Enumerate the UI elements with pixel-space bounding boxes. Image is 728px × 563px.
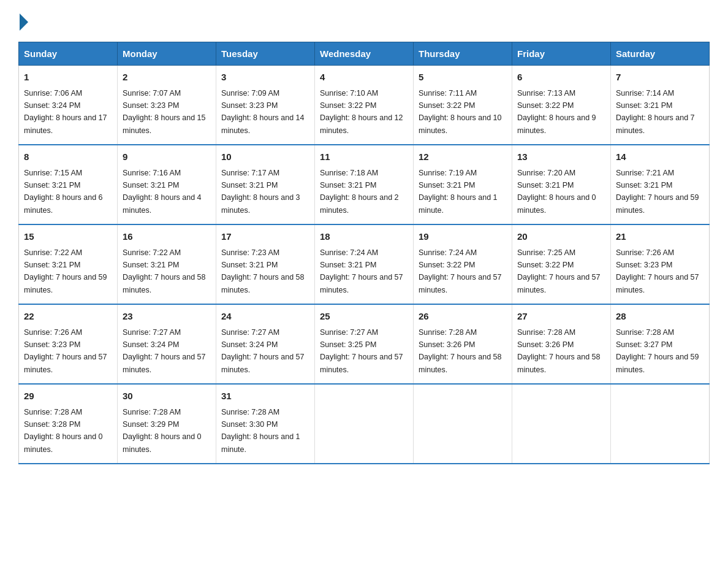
day-cell: 14Sunrise: 7:21 AMSunset: 3:21 PMDayligh… bbox=[611, 145, 710, 224]
day-info: Sunrise: 7:16 AMSunset: 3:21 PMDaylight:… bbox=[123, 169, 202, 215]
day-number: 5 bbox=[419, 71, 507, 85]
day-info: Sunrise: 7:24 AMSunset: 3:22 PMDaylight:… bbox=[419, 248, 502, 294]
day-cell: 2Sunrise: 7:07 AMSunset: 3:23 PMDaylight… bbox=[118, 66, 216, 145]
day-info: Sunrise: 7:11 AMSunset: 3:22 PMDaylight:… bbox=[419, 89, 502, 135]
day-cell: 25Sunrise: 7:27 AMSunset: 3:25 PMDayligh… bbox=[315, 304, 414, 384]
day-cell: 22Sunrise: 7:26 AMSunset: 3:23 PMDayligh… bbox=[19, 304, 118, 384]
day-cell: 30Sunrise: 7:28 AMSunset: 3:29 PMDayligh… bbox=[118, 384, 216, 464]
day-cell bbox=[414, 384, 512, 464]
week-row-1: 1Sunrise: 7:06 AMSunset: 3:24 PMDaylight… bbox=[19, 66, 710, 145]
day-number: 13 bbox=[517, 150, 605, 164]
day-cell: 1Sunrise: 7:06 AMSunset: 3:24 PMDaylight… bbox=[19, 66, 118, 145]
day-cell: 10Sunrise: 7:17 AMSunset: 3:21 PMDayligh… bbox=[216, 145, 315, 224]
header-cell-sunday: Sunday bbox=[19, 42, 118, 66]
day-cell: 20Sunrise: 7:25 AMSunset: 3:22 PMDayligh… bbox=[512, 224, 611, 304]
day-cell: 26Sunrise: 7:28 AMSunset: 3:26 PMDayligh… bbox=[414, 304, 512, 384]
day-number: 30 bbox=[123, 389, 211, 404]
day-number: 24 bbox=[221, 310, 309, 324]
day-cell: 18Sunrise: 7:24 AMSunset: 3:21 PMDayligh… bbox=[315, 224, 414, 304]
day-cell: 15Sunrise: 7:22 AMSunset: 3:21 PMDayligh… bbox=[19, 224, 118, 304]
day-cell: 8Sunrise: 7:15 AMSunset: 3:21 PMDaylight… bbox=[19, 145, 118, 224]
logo-triangle-icon bbox=[20, 13, 28, 31]
day-cell: 28Sunrise: 7:28 AMSunset: 3:27 PMDayligh… bbox=[611, 304, 710, 384]
day-info: Sunrise: 7:28 AMSunset: 3:26 PMDaylight:… bbox=[419, 328, 502, 374]
day-number: 29 bbox=[24, 389, 112, 404]
day-number: 6 bbox=[517, 71, 605, 85]
day-info: Sunrise: 7:28 AMSunset: 3:26 PMDaylight:… bbox=[517, 328, 601, 374]
day-number: 15 bbox=[24, 230, 112, 244]
day-number: 21 bbox=[616, 230, 704, 244]
day-info: Sunrise: 7:07 AMSunset: 3:23 PMDaylight:… bbox=[123, 89, 206, 135]
week-row-4: 22Sunrise: 7:26 AMSunset: 3:23 PMDayligh… bbox=[19, 304, 710, 384]
day-info: Sunrise: 7:19 AMSunset: 3:21 PMDaylight:… bbox=[419, 169, 498, 215]
day-number: 8 bbox=[24, 150, 112, 164]
day-number: 4 bbox=[320, 71, 408, 85]
day-number: 7 bbox=[616, 71, 704, 85]
header-cell-monday: Monday bbox=[118, 42, 216, 66]
day-cell: 27Sunrise: 7:28 AMSunset: 3:26 PMDayligh… bbox=[512, 304, 611, 384]
day-number: 2 bbox=[123, 71, 211, 85]
day-number: 18 bbox=[320, 230, 408, 244]
header-cell-saturday: Saturday bbox=[611, 42, 710, 66]
day-info: Sunrise: 7:09 AMSunset: 3:23 PMDaylight:… bbox=[221, 89, 305, 135]
day-number: 10 bbox=[221, 150, 309, 164]
week-row-2: 8Sunrise: 7:15 AMSunset: 3:21 PMDaylight… bbox=[19, 145, 710, 224]
week-row-3: 15Sunrise: 7:22 AMSunset: 3:21 PMDayligh… bbox=[19, 224, 710, 304]
day-number: 27 bbox=[517, 310, 605, 324]
day-info: Sunrise: 7:28 AMSunset: 3:27 PMDaylight:… bbox=[616, 328, 699, 374]
day-cell bbox=[315, 384, 414, 464]
day-number: 26 bbox=[419, 310, 507, 324]
day-cell: 12Sunrise: 7:19 AMSunset: 3:21 PMDayligh… bbox=[414, 145, 512, 224]
week-row-5: 29Sunrise: 7:28 AMSunset: 3:28 PMDayligh… bbox=[19, 384, 710, 464]
day-number: 22 bbox=[24, 310, 112, 324]
day-info: Sunrise: 7:17 AMSunset: 3:21 PMDaylight:… bbox=[221, 169, 300, 215]
day-number: 9 bbox=[123, 150, 211, 164]
day-cell: 23Sunrise: 7:27 AMSunset: 3:24 PMDayligh… bbox=[118, 304, 216, 384]
day-number: 31 bbox=[221, 389, 309, 404]
day-number: 25 bbox=[320, 310, 408, 324]
day-info: Sunrise: 7:27 AMSunset: 3:24 PMDaylight:… bbox=[123, 328, 206, 374]
day-info: Sunrise: 7:22 AMSunset: 3:21 PMDaylight:… bbox=[123, 248, 206, 294]
day-number: 12 bbox=[419, 150, 507, 164]
day-number: 23 bbox=[123, 310, 211, 324]
day-info: Sunrise: 7:13 AMSunset: 3:22 PMDaylight:… bbox=[517, 89, 596, 135]
day-cell: 5Sunrise: 7:11 AMSunset: 3:22 PMDaylight… bbox=[414, 66, 512, 145]
day-info: Sunrise: 7:28 AMSunset: 3:29 PMDaylight:… bbox=[123, 408, 202, 454]
day-cell: 3Sunrise: 7:09 AMSunset: 3:23 PMDaylight… bbox=[216, 66, 315, 145]
day-number: 19 bbox=[419, 230, 507, 244]
day-number: 17 bbox=[221, 230, 309, 244]
day-cell: 24Sunrise: 7:27 AMSunset: 3:24 PMDayligh… bbox=[216, 304, 315, 384]
header-cell-thursday: Thursday bbox=[414, 42, 512, 66]
day-number: 20 bbox=[517, 230, 605, 244]
day-cell: 11Sunrise: 7:18 AMSunset: 3:21 PMDayligh… bbox=[315, 145, 414, 224]
day-cell: 9Sunrise: 7:16 AMSunset: 3:21 PMDaylight… bbox=[118, 145, 216, 224]
day-info: Sunrise: 7:15 AMSunset: 3:21 PMDaylight:… bbox=[24, 169, 103, 215]
day-info: Sunrise: 7:27 AMSunset: 3:24 PMDaylight:… bbox=[221, 328, 305, 374]
day-number: 11 bbox=[320, 150, 408, 164]
day-number: 28 bbox=[616, 310, 704, 324]
header-row: SundayMondayTuesdayWednesdayThursdayFrid… bbox=[19, 42, 710, 66]
header-cell-friday: Friday bbox=[512, 42, 611, 66]
day-cell: 7Sunrise: 7:14 AMSunset: 3:21 PMDaylight… bbox=[611, 66, 710, 145]
day-info: Sunrise: 7:06 AMSunset: 3:24 PMDaylight:… bbox=[24, 89, 107, 135]
day-number: 3 bbox=[221, 71, 309, 85]
calendar-body: 1Sunrise: 7:06 AMSunset: 3:24 PMDaylight… bbox=[19, 66, 710, 464]
day-info: Sunrise: 7:24 AMSunset: 3:21 PMDaylight:… bbox=[320, 248, 403, 294]
calendar-table: SundayMondayTuesdayWednesdayThursdayFrid… bbox=[18, 42, 710, 464]
day-number: 1 bbox=[24, 71, 112, 85]
header-cell-tuesday: Tuesday bbox=[216, 42, 315, 66]
day-cell: 13Sunrise: 7:20 AMSunset: 3:21 PMDayligh… bbox=[512, 145, 611, 224]
day-cell: 31Sunrise: 7:28 AMSunset: 3:30 PMDayligh… bbox=[216, 384, 315, 464]
day-info: Sunrise: 7:25 AMSunset: 3:22 PMDaylight:… bbox=[517, 248, 601, 294]
day-info: Sunrise: 7:26 AMSunset: 3:23 PMDaylight:… bbox=[616, 248, 699, 294]
day-info: Sunrise: 7:26 AMSunset: 3:23 PMDaylight:… bbox=[24, 328, 107, 374]
day-cell: 19Sunrise: 7:24 AMSunset: 3:22 PMDayligh… bbox=[414, 224, 512, 304]
day-cell: 4Sunrise: 7:10 AMSunset: 3:22 PMDaylight… bbox=[315, 66, 414, 145]
header-cell-wednesday: Wednesday bbox=[315, 42, 414, 66]
day-cell: 17Sunrise: 7:23 AMSunset: 3:21 PMDayligh… bbox=[216, 224, 315, 304]
day-cell: 21Sunrise: 7:26 AMSunset: 3:23 PMDayligh… bbox=[611, 224, 710, 304]
day-cell: 6Sunrise: 7:13 AMSunset: 3:22 PMDaylight… bbox=[512, 66, 611, 145]
day-cell bbox=[512, 384, 611, 464]
day-number: 14 bbox=[616, 150, 704, 164]
day-info: Sunrise: 7:14 AMSunset: 3:21 PMDaylight:… bbox=[616, 89, 695, 135]
